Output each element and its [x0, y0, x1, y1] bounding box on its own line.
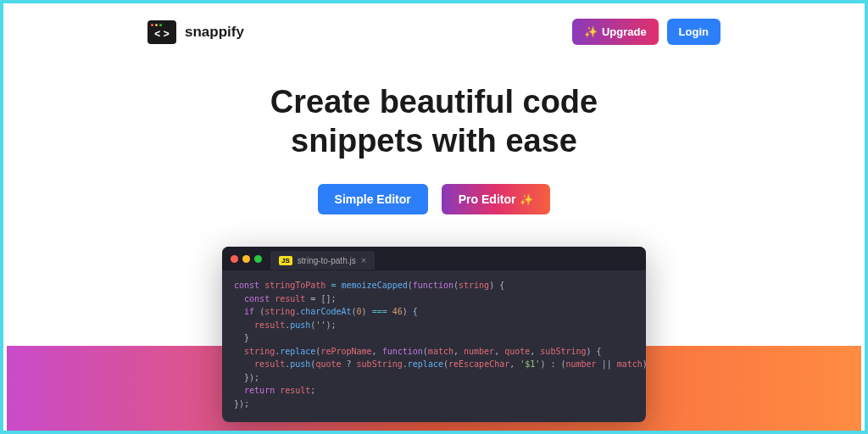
- simple-editor-label: Simple Editor: [335, 192, 411, 206]
- login-label: Login: [679, 25, 709, 38]
- logo-icon: < >: [147, 20, 176, 44]
- file-tab[interactable]: JS string-to-path.js ×: [270, 251, 375, 270]
- upgrade-button[interactable]: ✨ Upgrade: [572, 19, 659, 45]
- code-body: const stringToPath = memoizeCapped(funct…: [222, 270, 646, 422]
- filename-label: string-to-path.js: [298, 256, 356, 265]
- sparkle-icon: ✨: [584, 25, 598, 38]
- header-actions: ✨ Upgrade Login: [572, 19, 721, 45]
- close-icon[interactable]: ×: [361, 255, 366, 265]
- hero: Create beautiful code snippets with ease…: [3, 53, 865, 230]
- upgrade-label: Upgrade: [602, 25, 647, 38]
- simple-editor-button[interactable]: Simple Editor: [318, 184, 428, 214]
- cta-row: Simple Editor Pro Editor ✨: [3, 184, 865, 214]
- js-badge-icon: JS: [279, 256, 292, 265]
- traffic-lights-icon: [231, 255, 262, 263]
- hero-title: Create beautiful code snippets with ease: [3, 83, 865, 160]
- hero-title-line2: snippets with ease: [291, 123, 577, 159]
- code-window: JS string-to-path.js × const stringToPat…: [222, 247, 646, 422]
- header: < > snappify ✨ Upgrade Login: [3, 3, 865, 53]
- logo-group[interactable]: < > snappify: [147, 20, 244, 44]
- brand-name: snappify: [185, 24, 244, 41]
- code-titlebar: JS string-to-path.js ×: [222, 247, 646, 270]
- hero-title-line1: Create beautiful code: [270, 84, 598, 120]
- login-button[interactable]: Login: [667, 19, 721, 45]
- sparkle-icon: ✨: [520, 193, 533, 206]
- pro-editor-label: Pro Editor: [459, 192, 516, 206]
- pro-editor-button[interactable]: Pro Editor ✨: [442, 184, 551, 214]
